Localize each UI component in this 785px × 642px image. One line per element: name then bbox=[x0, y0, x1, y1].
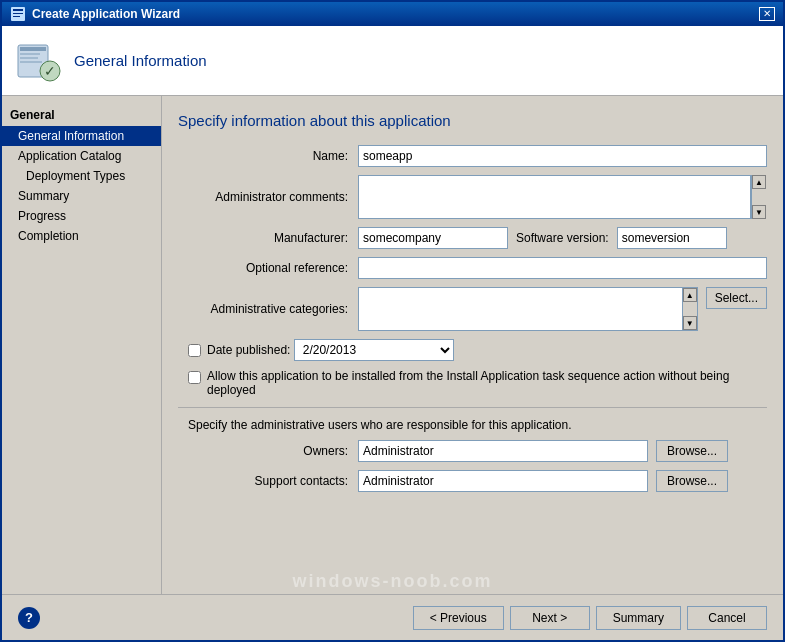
name-row: Name: bbox=[178, 145, 767, 167]
wizard-icon bbox=[10, 6, 26, 22]
support-contacts-row: Support contacts: Browse... bbox=[178, 470, 767, 492]
sidebar-item-progress[interactable]: Progress bbox=[2, 206, 161, 226]
optional-reference-label: Optional reference: bbox=[178, 261, 358, 275]
title-bar-label: Create Application Wizard bbox=[32, 7, 180, 21]
header-area: ✓ General Information bbox=[2, 26, 783, 96]
svg-rect-3 bbox=[13, 16, 20, 17]
close-button[interactable]: ✕ bbox=[759, 7, 775, 21]
wizard-window: Create Application Wizard ✕ ✓ General In… bbox=[0, 0, 785, 642]
scroll-up-btn[interactable]: ▲ bbox=[752, 175, 766, 189]
summary-button[interactable]: Summary bbox=[596, 606, 681, 630]
sidebar-item-general-information[interactable]: General Information bbox=[2, 126, 161, 146]
allow-row: Allow this application to be installed f… bbox=[178, 369, 767, 397]
cat-scroll-down[interactable]: ▼ bbox=[683, 316, 697, 330]
date-published-row: Date published: 2/20/2013 bbox=[178, 339, 767, 361]
svg-rect-5 bbox=[20, 47, 46, 51]
allow-checkbox[interactable] bbox=[188, 371, 201, 384]
svg-rect-1 bbox=[13, 9, 23, 11]
date-published-checkbox[interactable] bbox=[188, 344, 201, 357]
owners-input[interactable] bbox=[358, 440, 648, 462]
categories-textarea[interactable] bbox=[358, 287, 682, 331]
content-area: Specify information about this applicati… bbox=[162, 96, 783, 594]
admin-comments-textarea[interactable] bbox=[358, 175, 751, 219]
categories-container: ▲ ▼ bbox=[358, 287, 698, 331]
svg-rect-7 bbox=[20, 57, 38, 59]
admin-categories-row: Administrative categories: ▲ ▼ Select... bbox=[178, 287, 767, 331]
cancel-button[interactable]: Cancel bbox=[687, 606, 767, 630]
date-published-select[interactable]: 2/20/2013 bbox=[294, 339, 454, 361]
svg-rect-2 bbox=[13, 13, 23, 14]
cat-scroll-up[interactable]: ▲ bbox=[683, 288, 697, 302]
admin-comments-container: ▲ ▼ bbox=[358, 175, 767, 219]
title-bar: Create Application Wizard ✕ bbox=[2, 2, 783, 26]
owners-label: Owners: bbox=[178, 444, 358, 458]
admin-section-text: Specify the administrative users who are… bbox=[178, 418, 767, 432]
manufacturer-input[interactable] bbox=[358, 227, 508, 249]
sidebar-section-general: General bbox=[2, 104, 161, 126]
sidebar: General General Information Application … bbox=[2, 96, 162, 594]
svg-text:✓: ✓ bbox=[44, 63, 56, 79]
sidebar-item-deployment-types[interactable]: Deployment Types bbox=[2, 166, 161, 186]
manufacturer-label: Manufacturer: bbox=[178, 231, 358, 245]
main-layout: General General Information Application … bbox=[2, 96, 783, 594]
categories-scrollbar: ▲ ▼ bbox=[682, 287, 698, 331]
date-published-label: Date published: bbox=[207, 343, 290, 357]
header-icon: ✓ bbox=[14, 37, 62, 85]
header-title: General Information bbox=[74, 52, 207, 69]
support-contacts-browse-button[interactable]: Browse... bbox=[656, 470, 728, 492]
admin-comments-label: Administrator comments: bbox=[178, 190, 358, 204]
optional-reference-row: Optional reference: bbox=[178, 257, 767, 279]
support-contacts-input[interactable] bbox=[358, 470, 648, 492]
optional-reference-input[interactable] bbox=[358, 257, 767, 279]
manufacturer-row: Manufacturer: Software version: bbox=[178, 227, 767, 249]
software-version-label: Software version: bbox=[516, 231, 609, 245]
support-contacts-label: Support contacts: bbox=[178, 474, 358, 488]
name-input[interactable] bbox=[358, 145, 767, 167]
select-button[interactable]: Select... bbox=[706, 287, 767, 309]
separator bbox=[178, 407, 767, 408]
next-button[interactable]: Next > bbox=[510, 606, 590, 630]
allow-text: Allow this application to be installed f… bbox=[207, 369, 767, 397]
name-label: Name: bbox=[178, 149, 358, 163]
footer-buttons: < Previous Next > Summary Cancel bbox=[413, 606, 767, 630]
help-button[interactable]: ? bbox=[18, 607, 40, 629]
software-version-input[interactable] bbox=[617, 227, 727, 249]
sidebar-item-summary[interactable]: Summary bbox=[2, 186, 161, 206]
manufacturer-fields: Software version: bbox=[358, 227, 767, 249]
scroll-down-btn[interactable]: ▼ bbox=[752, 205, 766, 219]
previous-button[interactable]: < Previous bbox=[413, 606, 504, 630]
svg-rect-6 bbox=[20, 53, 40, 55]
admin-categories-label: Administrative categories: bbox=[178, 302, 358, 316]
admin-comments-row: Administrator comments: ▲ ▼ bbox=[178, 175, 767, 219]
owners-row: Owners: Browse... bbox=[178, 440, 767, 462]
sidebar-item-completion[interactable]: Completion bbox=[2, 226, 161, 246]
title-bar-left: Create Application Wizard bbox=[10, 6, 180, 22]
sidebar-item-application-catalog[interactable]: Application Catalog bbox=[2, 146, 161, 166]
footer: ? < Previous Next > Summary Cancel bbox=[2, 594, 783, 640]
admin-comments-scrollbar: ▲ ▼ bbox=[751, 175, 767, 219]
svg-rect-8 bbox=[20, 61, 42, 63]
content-title: Specify information about this applicati… bbox=[178, 112, 767, 129]
owners-browse-button[interactable]: Browse... bbox=[656, 440, 728, 462]
